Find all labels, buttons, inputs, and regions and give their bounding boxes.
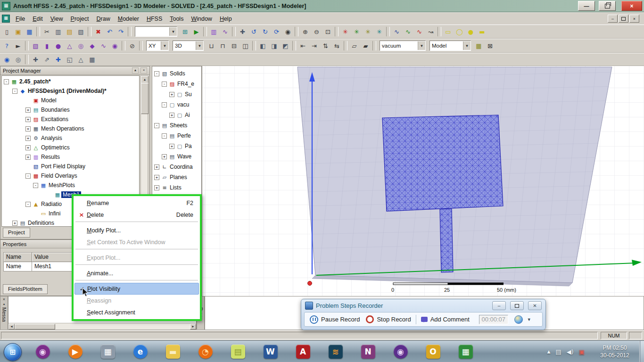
draw-torus-icon[interactable]: ◎ <box>75 41 86 51</box>
close-button[interactable]: × <box>621 1 642 11</box>
draw-box-icon[interactable]: ▧ <box>30 41 41 51</box>
restore-button[interactable] <box>599 1 616 11</box>
non-model-icon[interactable]: ⊘ <box>127 41 138 51</box>
menu-item[interactable]: Tools <box>166 14 187 24</box>
separator[interactable] <box>36 26 40 37</box>
tree-item[interactable]: - ▦ 2.45_patch* <box>2 77 139 86</box>
help-icon[interactable] <box>514 315 523 324</box>
show-hidden-icons-button[interactable]: ▲ <box>547 349 550 354</box>
chevron-down-icon[interactable]: ▼ <box>169 27 177 36</box>
onenote-icon[interactable]: N <box>352 342 384 361</box>
pin-icon[interactable]: ▴ <box>3 302 5 306</box>
menu-item[interactable]: Draw <box>93 14 114 24</box>
intersect-icon[interactable]: ⊓ <box>217 41 228 51</box>
mdi-restore-button[interactable] <box>619 15 628 23</box>
duplicate-mirror-icon[interactable]: ◨ <box>269 41 280 51</box>
tree-expander[interactable]: + <box>154 175 159 180</box>
close-button[interactable]: ✕ <box>528 301 542 310</box>
tree-expander[interactable]: + <box>25 126 31 132</box>
add-comment-button[interactable]: Add Comment <box>420 315 471 324</box>
menu-item-select-assignment[interactable]: Select Assignment <box>74 306 199 318</box>
draw-polyhedron-icon[interactable]: ◆ <box>87 41 98 51</box>
material-combo[interactable]: vacuum ▼ <box>380 41 426 51</box>
tree-expander[interactable]: + <box>25 136 31 141</box>
draw-helix-icon[interactable]: ∿ <box>98 41 109 51</box>
separator[interactable] <box>295 26 298 37</box>
scrollbar-thumb[interactable] <box>141 83 149 114</box>
tree-item[interactable]: + ▢ Pa <box>152 141 201 151</box>
validation-check-icon[interactable]: ⊞ <box>180 26 190 37</box>
sticky-notes-icon[interactable]: ▤ <box>222 342 254 361</box>
tree-expander[interactable]: + <box>25 155 31 160</box>
pan-icon[interactable]: ✚ <box>237 26 248 37</box>
tree-item[interactable]: + ∟ Coordina <box>152 162 201 172</box>
separator[interactable] <box>25 41 29 51</box>
draw-line-icon[interactable]: ▬ <box>477 26 487 37</box>
tree-item[interactable]: + ≡ Lists <box>152 182 201 193</box>
tree-expander[interactable]: - <box>162 102 167 107</box>
chevron-down-icon[interactable]: ▼ <box>418 41 425 50</box>
object-cs-icon[interactable]: △ <box>75 54 86 65</box>
ansoft-maxwell-icon[interactable]: ◉ <box>384 342 417 361</box>
pin-icon[interactable]: ▴ <box>132 67 139 74</box>
tree-expander[interactable]: + <box>25 107 31 113</box>
chevron-down-icon[interactable]: ▼ <box>463 41 471 50</box>
firefox-icon[interactable]: ◔ <box>189 342 222 361</box>
menu-item[interactable]: File <box>12 14 29 24</box>
sweep-curve-icon[interactable]: ∿ <box>391 26 402 37</box>
scrollbar-thumb[interactable] <box>15 324 55 329</box>
tree-item[interactable]: + △ Optimetrics <box>2 143 139 152</box>
tree-expander[interactable]: + <box>169 92 174 97</box>
tree-item[interactable]: + ▤ Wave <box>152 151 201 162</box>
draw-ellipse-icon[interactable]: ◯ <box>454 26 465 37</box>
move-origin-icon[interactable]: ✚ <box>30 54 41 65</box>
drawing-plane-combo[interactable]: XY ▼ <box>146 41 169 51</box>
document-icon[interactable]: ▦ <box>2 15 10 23</box>
mdi-close-button[interactable]: × <box>629 15 639 23</box>
modeler-viewport[interactable]: 0 25 50 (mm) <box>202 66 644 296</box>
offset-icon[interactable]: ◩ <box>280 41 291 51</box>
draw-cylinder-icon[interactable]: ▮ <box>41 41 52 51</box>
tree-expander[interactable]: - <box>33 183 38 188</box>
tree-item[interactable]: + ▦ Mesh Operations <box>2 124 139 133</box>
tree-item[interactable]: + ▤ Boundaries <box>2 105 139 115</box>
tree-expander[interactable]: + <box>169 144 174 149</box>
view-mode-combo[interactable]: 3D ▼ <box>173 41 204 51</box>
message-manager-strip[interactable]: × ▴ Messa <box>0 296 8 330</box>
fit-selected-icon[interactable]: ✳ <box>351 26 362 37</box>
tree-item[interactable]: + ▱ Planes <box>152 172 201 182</box>
calculator-icon[interactable]: ▦ <box>91 342 124 361</box>
separator[interactable] <box>252 41 256 51</box>
tree-item[interactable]: + ▨ Excitations <box>2 115 139 124</box>
tree-expander[interactable]: - <box>12 89 17 94</box>
dynamic-zoom-icon[interactable]: ◉ <box>282 26 293 37</box>
tree-expander[interactable]: + <box>169 113 174 118</box>
internet-explorer-icon[interactable]: e <box>124 342 157 361</box>
stop-record-button[interactable]: Stop Record <box>364 314 412 324</box>
new-icon[interactable]: ▯ <box>1 26 12 37</box>
separator[interactable] <box>232 26 236 37</box>
mdi-minimize-button[interactable]: – <box>608 15 618 23</box>
report-icon[interactable]: ∿ <box>220 26 231 37</box>
unite-icon[interactable]: ⊔ <box>206 41 217 51</box>
tab-project[interactable]: Project <box>3 228 30 238</box>
paste-icon[interactable]: ▤ <box>64 26 75 37</box>
menu-item-modify-plot[interactable]: Modify Plot... <box>74 224 199 236</box>
save-icon[interactable]: ▦ <box>24 26 35 37</box>
arrow-curve-icon[interactable]: ↝ <box>425 26 436 37</box>
separator[interactable] <box>139 41 143 51</box>
loft-icon[interactable]: ▰ <box>360 41 371 51</box>
tree-item[interactable]: - ▤ Sheets <box>152 120 201 131</box>
tree-item[interactable]: + ▢ Su <box>152 89 201 99</box>
outlook-icon[interactable]: O <box>417 342 449 361</box>
fit-drawing-icon[interactable]: ✳ <box>363 26 373 37</box>
align-vertical-icon[interactable]: ⇅ <box>320 41 331 51</box>
snap-grid-icon[interactable]: ▦ <box>87 54 98 65</box>
tree-item[interactable]: - ▦ MeshPlots <box>2 181 139 190</box>
problem-steps-recorder-window[interactable]: Problem Steps Recorder – ✕ Pause Record … <box>301 299 546 330</box>
copy-icon[interactable]: ▥ <box>53 26 64 37</box>
tab-fieldsplotitem[interactable]: FieldsPlotItem <box>3 284 48 294</box>
property-name-cell[interactable]: Name <box>4 262 32 272</box>
tree-expander[interactable]: - <box>25 173 31 179</box>
start-button[interactable]: ⊞ <box>4 343 22 361</box>
